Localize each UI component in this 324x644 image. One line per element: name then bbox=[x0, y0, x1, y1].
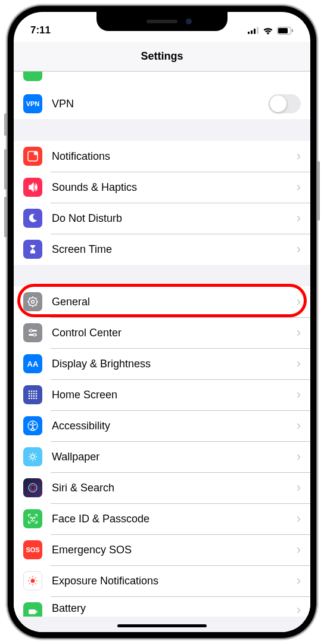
speaker bbox=[147, 20, 177, 23]
svg-line-15 bbox=[29, 298, 30, 299]
settings-row-sounds[interactable]: Sounds & Haptics › bbox=[14, 172, 310, 203]
svg-point-59 bbox=[29, 577, 30, 578]
settings-row-faceid[interactable]: Face ID & Passcode › bbox=[14, 503, 310, 534]
settings-row-wallpaper[interactable]: Wallpaper › bbox=[14, 441, 310, 472]
settings-row-notifications[interactable]: Notifications › bbox=[14, 141, 310, 172]
svg-rect-2 bbox=[254, 29, 256, 34]
row-label: Accessibility bbox=[52, 420, 292, 432]
notch bbox=[96, 12, 228, 31]
svg-point-28 bbox=[31, 393, 33, 395]
svg-point-10 bbox=[32, 301, 35, 304]
row-label: Exposure Notifications bbox=[52, 575, 292, 587]
phone-frame: 7:11 Settings VPN bbox=[8, 6, 316, 638]
row-label: Screen Time bbox=[52, 243, 292, 256]
svg-point-34 bbox=[36, 395, 38, 397]
battery-icon bbox=[23, 602, 42, 617]
sos-icon: SOS bbox=[23, 540, 42, 559]
svg-point-50 bbox=[29, 484, 37, 492]
svg-point-61 bbox=[29, 583, 30, 584]
homescreen-icon bbox=[23, 385, 42, 404]
svg-rect-0 bbox=[248, 32, 250, 34]
page-title: Settings bbox=[141, 50, 183, 63]
row-label: Sounds & Haptics bbox=[52, 181, 292, 194]
exposure-icon bbox=[23, 571, 42, 590]
settings-row-sos[interactable]: SOS Emergency SOS › bbox=[14, 534, 310, 565]
settings-row-vpn[interactable]: VPN VPN bbox=[14, 88, 310, 119]
svg-point-49 bbox=[35, 459, 36, 460]
svg-point-55 bbox=[32, 576, 33, 577]
row-label: Home Screen bbox=[52, 389, 292, 401]
svg-point-58 bbox=[36, 580, 38, 581]
svg-point-31 bbox=[29, 395, 30, 397]
settings-group: General › Control Center › AA bbox=[14, 286, 310, 617]
nav-header: Settings bbox=[14, 42, 310, 72]
notifications-icon bbox=[23, 147, 42, 166]
svg-point-43 bbox=[32, 460, 33, 461]
svg-point-29 bbox=[33, 393, 35, 395]
chevron-right-icon: › bbox=[297, 573, 301, 589]
vpn-toggle[interactable] bbox=[269, 94, 301, 113]
svg-point-25 bbox=[33, 391, 35, 392]
screen: 7:11 Settings VPN bbox=[14, 12, 310, 632]
settings-row-hotspot[interactable] bbox=[14, 72, 310, 88]
svg-point-20 bbox=[30, 329, 32, 332]
settings-row-screentime[interactable]: Screen Time › bbox=[14, 234, 310, 265]
svg-point-22 bbox=[33, 333, 36, 336]
settings-row-battery[interactable]: Battery › bbox=[14, 596, 310, 617]
vpn-icon: VPN bbox=[23, 94, 42, 113]
settings-row-controlcenter[interactable]: Control Center › bbox=[14, 317, 310, 348]
chevron-right-icon: › bbox=[297, 210, 301, 226]
row-label: Battery bbox=[52, 602, 292, 615]
row-label: VPN bbox=[52, 98, 269, 110]
svg-point-26 bbox=[36, 391, 38, 392]
svg-point-40 bbox=[32, 422, 33, 424]
svg-rect-1 bbox=[251, 30, 253, 34]
svg-point-51 bbox=[30, 485, 35, 490]
cellular-signal-icon bbox=[248, 27, 259, 34]
settings-row-general[interactable]: General › bbox=[14, 286, 310, 317]
svg-point-9 bbox=[29, 298, 37, 306]
svg-point-41 bbox=[31, 455, 35, 459]
row-label: Control Center bbox=[52, 327, 292, 339]
hotspot-icon bbox=[23, 72, 42, 81]
svg-point-57 bbox=[28, 580, 29, 581]
row-label: Siri & Search bbox=[52, 482, 292, 494]
chevron-right-icon: › bbox=[297, 294, 301, 309]
svg-point-53 bbox=[34, 517, 35, 518]
svg-point-38 bbox=[36, 398, 38, 400]
settings-row-display[interactable]: AA Display & Brightness › bbox=[14, 348, 310, 379]
screentime-icon bbox=[23, 240, 42, 259]
accessibility-icon bbox=[23, 416, 42, 435]
row-label: Do Not Disturb bbox=[52, 212, 292, 225]
home-indicator[interactable] bbox=[117, 624, 207, 627]
svg-rect-3 bbox=[257, 27, 258, 34]
svg-point-32 bbox=[31, 395, 33, 397]
svg-rect-6 bbox=[292, 29, 293, 32]
row-label: Face ID & Passcode bbox=[52, 513, 292, 525]
svg-rect-63 bbox=[29, 609, 36, 614]
chevron-right-icon: › bbox=[297, 449, 301, 465]
settings-row-homescreen[interactable]: Home Screen › bbox=[14, 379, 310, 410]
chevron-right-icon: › bbox=[297, 511, 301, 527]
settings-row-siri[interactable]: Siri & Search › bbox=[14, 472, 310, 503]
controlcenter-icon bbox=[23, 323, 42, 342]
settings-row-dnd[interactable]: Do Not Disturb › bbox=[14, 203, 310, 234]
settings-row-exposure[interactable]: Exposure Notifications › bbox=[14, 565, 310, 596]
svg-point-27 bbox=[29, 393, 30, 395]
front-camera bbox=[186, 18, 192, 24]
status-time: 7:11 bbox=[30, 24, 51, 36]
row-label: Display & Brightness bbox=[52, 358, 292, 370]
volume-down-button bbox=[4, 197, 7, 237]
row-label: Emergency SOS bbox=[52, 544, 292, 556]
mute-switch bbox=[4, 113, 7, 136]
settings-list[interactable]: VPN VPN Notifications bbox=[14, 72, 310, 632]
chevron-right-icon: › bbox=[297, 542, 301, 558]
svg-point-54 bbox=[31, 579, 35, 583]
svg-point-42 bbox=[32, 453, 33, 454]
svg-point-37 bbox=[33, 398, 35, 400]
settings-row-accessibility[interactable]: Accessibility › bbox=[14, 410, 310, 441]
chevron-right-icon: › bbox=[297, 480, 301, 496]
toggle-knob bbox=[270, 95, 286, 112]
svg-point-60 bbox=[35, 577, 36, 578]
svg-point-46 bbox=[30, 454, 31, 455]
